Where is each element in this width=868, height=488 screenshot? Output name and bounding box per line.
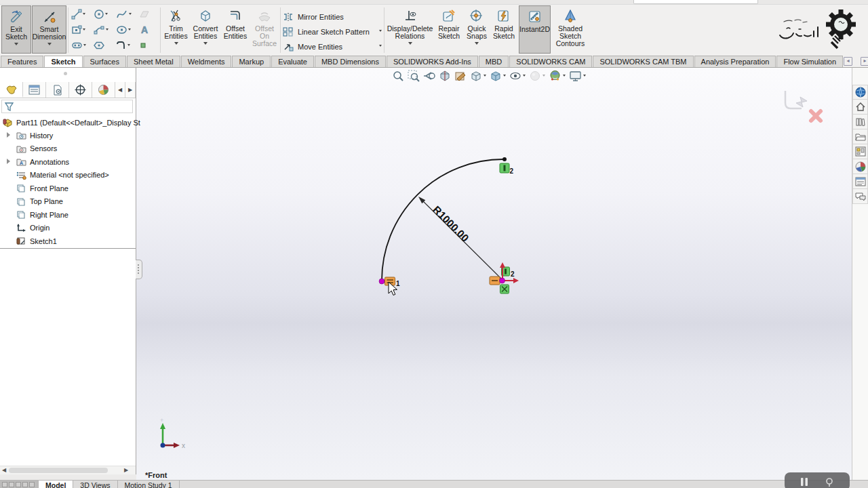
design-library-button[interactable] [852,115,868,129]
apply-scene-icon[interactable] [549,70,561,82]
display-delete-relations-button[interactable]: Display/Delete Relations [386,5,434,54]
solidworks-resources-button[interactable] [852,85,868,100]
display-delete-dropdown[interactable] [408,42,412,47]
exit-sketch-corner-icon[interactable] [785,91,802,108]
tab-mbd-dimensions[interactable]: MBD Dimensions [315,56,386,67]
home-button[interactable] [852,100,868,115]
tab-solidworks-cam[interactable]: SOLIDWORKS CAM [509,56,592,67]
convert-entities-button[interactable]: Convert Entities [191,5,220,54]
smart-dimension-dropdown[interactable] [47,43,52,47]
tree-item-history[interactable]: History [16,129,53,142]
trim-entities-button[interactable]: Trim Entities [162,5,190,54]
hide-show-items-dropdown[interactable] [523,75,526,78]
ellipse-dropdown[interactable] [128,28,131,32]
scroll-right-icon[interactable]: ▶ [122,466,130,474]
slot-dropdown[interactable] [83,44,86,47]
previous-view-icon[interactable] [423,70,435,82]
instant2d-button[interactable]: Instant2D [519,5,551,54]
rectangle-dropdown[interactable] [83,28,85,32]
display-style-icon[interactable] [490,70,502,82]
pin-commandmanager-icon[interactable]: ◂ [844,57,852,66]
shaded-sketch-contours-button[interactable]: Shaded Sketch Contours [553,5,587,54]
expand-commandmanager-icon[interactable]: ▸ [861,57,868,66]
exit-sketch-button[interactable]: Exit Sketch [1,5,31,54]
tree-item-top-plane[interactable]: Top Plane [16,195,63,208]
history-expand-arrow[interactable] [7,132,13,138]
feature-manager-tab[interactable] [0,82,23,98]
model-tab[interactable]: Model [38,481,73,488]
tab-sheet-metal[interactable]: Sheet Metal [127,56,180,67]
convert-entities-dropdown[interactable] [203,42,208,47]
tab-weldments[interactable]: Weldments [181,56,232,67]
arc-tool-button[interactable] [92,22,114,37]
panel-tab-scroll-right[interactable]: ▶ [125,82,136,98]
zoom-to-fit-icon[interactable] [392,70,404,82]
slot-tool-button[interactable] [70,38,92,53]
arc-dropdown[interactable] [106,28,108,32]
circle-tool-button[interactable] [92,7,114,22]
zoom-to-area-icon[interactable] [408,70,420,82]
panel-splitter-handle[interactable] [136,260,142,279]
spline-dropdown[interactable] [129,13,132,16]
motion-study-tab[interactable]: Motion Study 1 [118,481,180,488]
tree-item-sketch1[interactable]: Sketch1 [16,235,57,247]
mirror-entities-button[interactable]: Mirror Entities [283,11,344,22]
polygon-tool-button[interactable] [92,38,114,53]
circle-dropdown[interactable] [105,13,108,16]
tab-solidworks-addins[interactable]: SOLIDWORKS Add-Ins [387,56,478,67]
trim-entities-dropdown[interactable] [174,42,178,47]
configuration-manager-tab[interactable] [46,82,69,98]
tree-item-origin[interactable]: Origin [16,222,50,235]
fillet-dropdown[interactable] [127,44,130,47]
move-entities-button[interactable]: Move Entities [283,41,382,52]
sheet-tab-nav-buttons[interactable] [0,481,38,488]
panel-horizontal-scrollbar[interactable]: ◀ ▶ [0,466,136,474]
scroll-left-icon[interactable]: ◀ [0,466,8,474]
apply-scene-dropdown[interactable] [563,75,566,78]
forum-button[interactable] [852,189,868,204]
fillet-tool-button[interactable] [115,38,136,53]
dynamic-annotation-views-icon[interactable] [454,70,467,82]
panel-tab-scroll-left[interactable]: ◀ [115,82,125,98]
view-orientation-icon[interactable] [470,70,482,82]
ellipse-tool-button[interactable] [115,22,136,37]
text-tool-button[interactable]: A [138,22,159,37]
quick-snaps-dropdown[interactable] [475,42,479,47]
tree-root-part[interactable]: Part11 (Default<<Default>_Display St [3,116,140,129]
tab-flow-simulation[interactable]: Flow Simulation [776,56,843,67]
line-tool-button[interactable] [70,7,92,22]
settings-icon[interactable] [825,477,834,487]
tab-solidworks-cam-tbm[interactable]: SOLIDWORKS CAM TBM [593,56,693,67]
3d-views-tab[interactable]: 3D Views [73,481,117,488]
rapid-sketch-button[interactable]: Rapid Sketch [490,5,517,54]
tree-item-sensors[interactable]: Sensors [16,142,57,155]
file-explorer-button[interactable] [852,129,868,144]
custom-properties-button[interactable] [852,174,868,189]
point-tool-button[interactable] [138,38,159,53]
view-orientation-dropdown[interactable] [484,75,486,78]
move-entities-dropdown[interactable] [379,45,382,48]
tree-item-front-plane[interactable]: Front Plane [16,182,68,195]
tree-filter-bar[interactable] [1,100,133,113]
tab-mbd[interactable]: MBD [479,56,509,67]
tab-surfaces[interactable]: Surfaces [83,56,126,67]
hide-show-items-icon[interactable] [509,70,521,82]
view-settings-dropdown[interactable] [583,75,586,78]
display-manager-tab[interactable] [92,82,115,98]
quick-snaps-button[interactable]: Quick Snaps [464,5,490,54]
tab-evaluate[interactable]: Evaluate [271,56,314,67]
annotations-expand-arrow[interactable] [7,159,13,164]
spline-tool-button[interactable] [115,7,136,22]
tab-sketch[interactable]: Sketch [44,56,82,67]
tab-analysis-preparation[interactable]: Analysis Preparation [694,56,776,67]
tree-item-annotations[interactable]: A Annotations [16,155,69,168]
dimxpert-manager-tab[interactable] [69,82,92,98]
linear-sketch-pattern-button[interactable]: Linear Sketch Pattern [283,26,382,37]
graphics-viewport[interactable]: *Front [136,68,852,480]
section-view-icon[interactable] [439,70,451,82]
offset-entities-button[interactable]: Offset Entities [221,5,250,54]
view-settings-icon[interactable] [569,70,582,82]
cancel-sketch-icon[interactable] [811,111,821,121]
linear-pattern-dropdown[interactable] [379,30,382,33]
appearances-button[interactable] [852,159,868,174]
